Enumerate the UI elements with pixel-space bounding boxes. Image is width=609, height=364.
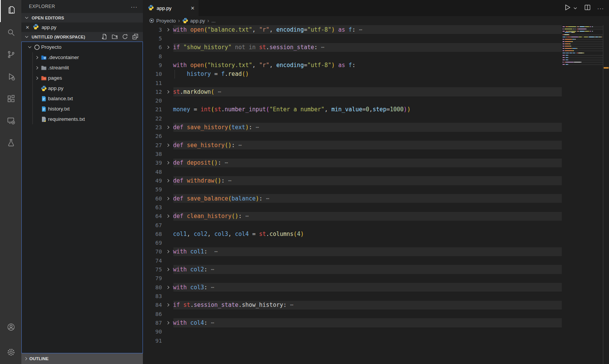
code-line-74[interactable]: 74 [143, 256, 609, 265]
line-number: 59 [143, 186, 162, 192]
fold-chevron-icon[interactable] [162, 29, 173, 31]
open-editors-header[interactable]: OPEN EDITORS [21, 13, 143, 22]
fold-chevron-icon[interactable] [162, 322, 173, 324]
line-number: 86 [143, 311, 162, 317]
fold-chevron-icon[interactable] [162, 126, 173, 128]
close-icon[interactable]: ✕ [191, 5, 195, 11]
refresh-icon[interactable] [122, 34, 128, 40]
testing-activity-button[interactable] [0, 133, 21, 155]
code-line-87[interactable]: 87with col4: ⋯ [143, 318, 609, 327]
fold-chevron-icon[interactable] [162, 46, 173, 48]
new-folder-icon[interactable] [112, 34, 118, 40]
code-line-11[interactable]: 11 [143, 79, 609, 87]
fold-chevron-icon[interactable] [162, 286, 173, 289]
workspace-header[interactable]: UNTITLED (WORKSPACE) [21, 32, 143, 42]
search-activity-button[interactable] [0, 22, 21, 44]
tree-item-label: pages [48, 75, 62, 81]
code-line-86[interactable]: 86 [143, 309, 609, 318]
code-line-90[interactable]: 90 [143, 327, 609, 336]
code-line-23[interactable]: 23def save_history(text): ⋯ [143, 123, 609, 131]
fold-chevron-icon[interactable] [162, 250, 173, 253]
code-line-26[interactable]: 26 [143, 132, 609, 141]
settings-button[interactable] [0, 342, 21, 364]
breadcrumb-item-app-py[interactable]: app.py [182, 18, 205, 24]
tree-item-history-txt[interactable]: history.txt [22, 104, 143, 114]
split-editor-icon[interactable] [584, 4, 591, 13]
code-line-21[interactable]: 21money = int(st.number_input("Enter a n… [143, 105, 609, 114]
code-line-68[interactable]: 68col1, col2, col3, col4 = st.columns(4) [143, 229, 609, 238]
tree-item-balance-txt[interactable]: balance.txt [22, 93, 143, 104]
fold-chevron-icon[interactable] [162, 91, 173, 93]
tree-item--streamlit[interactable]: .streamlit [22, 63, 143, 73]
code-line-38[interactable]: 38 [143, 149, 609, 158]
open-editor-label: app.py [42, 24, 56, 30]
requirements-icon [40, 116, 48, 122]
fold-chevron-icon[interactable] [162, 304, 173, 306]
fold-chevron-icon[interactable] [162, 268, 173, 271]
tab-app-py[interactable]: app.py ✕ [143, 0, 199, 16]
code-line-59[interactable]: 59 [143, 185, 609, 194]
code-editor[interactable]: 3with open("balance.txt", "r", encoding=… [143, 25, 609, 364]
code-line-8[interactable]: 8 [143, 52, 609, 61]
run-button[interactable] [563, 3, 571, 13]
code-line-49[interactable]: 49def withdraw(): ⋯ [143, 176, 609, 185]
code-line-27[interactable]: 27def see_history(): ⋯ [143, 141, 609, 149]
extensions-activity-button[interactable] [0, 88, 21, 111]
code-line-63[interactable]: 63 [143, 203, 609, 212]
sidebar-more-actions-icon[interactable]: ··· [131, 3, 138, 10]
fold-chevron-icon[interactable] [162, 144, 173, 146]
code-line-9[interactable]: 9with open("history.txt", "r", encoding=… [143, 61, 609, 69]
collapse-all-icon[interactable] [132, 34, 138, 40]
code-line-91[interactable]: 91 [143, 336, 609, 345]
code-line-12[interactable]: 12st.markdown( ⋯ [143, 87, 609, 96]
code-line-3[interactable]: 3with open("balance.txt", "r", encoding=… [143, 25, 609, 34]
fold-chevron-icon[interactable] [162, 162, 173, 164]
tree-item-requirements-txt[interactable]: requirements.txt [22, 114, 143, 124]
breadcrumb-item-proyecto[interactable]: Proyecto [149, 18, 176, 24]
code-line-5[interactable]: 5 [143, 34, 609, 43]
tree-item-label: balance.txt [48, 96, 73, 101]
code-line-60[interactable]: 60def save_balance(balance): ⋯ [143, 194, 609, 203]
code-line-64[interactable]: 64def clean_history(): ⋯ [143, 212, 609, 221]
run-debug-activity-button[interactable] [0, 66, 21, 88]
run-dropdown-chevron-icon[interactable] [573, 6, 578, 11]
open-editor-item-app-py[interactable]: ✕ app.py [21, 22, 143, 32]
tab-label: app.py [157, 5, 171, 11]
remote-explorer-activity-button[interactable] [0, 111, 21, 133]
code-line-10[interactable]: 10 history = f.read() [143, 70, 609, 79]
code-line-20[interactable]: 20 [143, 96, 609, 105]
line-number: 27 [143, 142, 162, 148]
overview-ruler[interactable] [603, 25, 609, 364]
code-line-6[interactable]: 6if "show_history" not in st.session_sta… [143, 43, 609, 52]
breadcrumb-item--[interactable]: ... [212, 18, 216, 24]
tree-item--devcontainer[interactable]: .devcontainer [22, 52, 143, 63]
tree-item-pages[interactable]: <>pages [22, 73, 143, 83]
code-line-22[interactable]: 22 [143, 114, 609, 123]
tree-item-proyecto[interactable]: Proyecto [22, 42, 143, 52]
outline-section-header[interactable]: OUTLINE [21, 353, 143, 364]
minimap[interactable] [563, 25, 603, 364]
more-actions-icon[interactable]: ··· [597, 5, 604, 11]
tree-item-label: .streamlit [48, 65, 69, 71]
code-line-75[interactable]: 75with col2: ⋯ [143, 265, 609, 274]
code-line-39[interactable]: 39def deposit(): ⋯ [143, 159, 609, 167]
code-line-48[interactable]: 48 [143, 167, 609, 176]
code-line-67[interactable]: 67 [143, 221, 609, 229]
code-line-70[interactable]: 70with col1: ⋯ [143, 247, 609, 256]
fold-chevron-icon[interactable] [162, 197, 173, 200]
explorer-activity-button[interactable] [0, 0, 21, 22]
code-text: with col1: ⋯ [173, 248, 218, 255]
close-icon[interactable]: ✕ [25, 25, 30, 30]
code-line-84[interactable]: 84if st.session_state.show_history: ⋯ [143, 301, 609, 309]
python-file-icon [148, 5, 154, 12]
fold-chevron-icon[interactable] [162, 180, 173, 182]
code-line-83[interactable]: 83 [143, 292, 609, 300]
source-control-activity-button[interactable] [0, 44, 21, 66]
fold-chevron-icon[interactable] [162, 215, 173, 217]
accounts-button[interactable] [0, 317, 21, 339]
code-line-69[interactable]: 69 [143, 239, 609, 247]
code-line-80[interactable]: 80with col3: ⋯ [143, 283, 609, 292]
tree-item-app-py[interactable]: app.py [22, 83, 143, 93]
code-line-79[interactable]: 79 [143, 274, 609, 283]
new-file-icon[interactable] [101, 34, 107, 40]
